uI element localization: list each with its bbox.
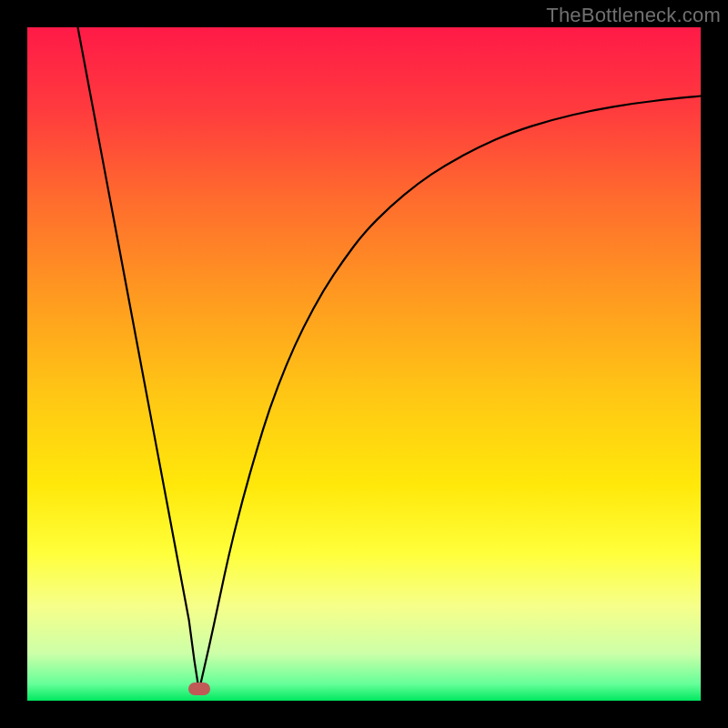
watermark-text: TheBottleneck.com [546,4,721,27]
curve-layer [27,27,701,701]
chart-frame: TheBottleneck.com [0,0,728,728]
optimal-point-marker [188,682,210,695]
bottleneck-curve [78,27,702,691]
plot-area [27,27,701,701]
